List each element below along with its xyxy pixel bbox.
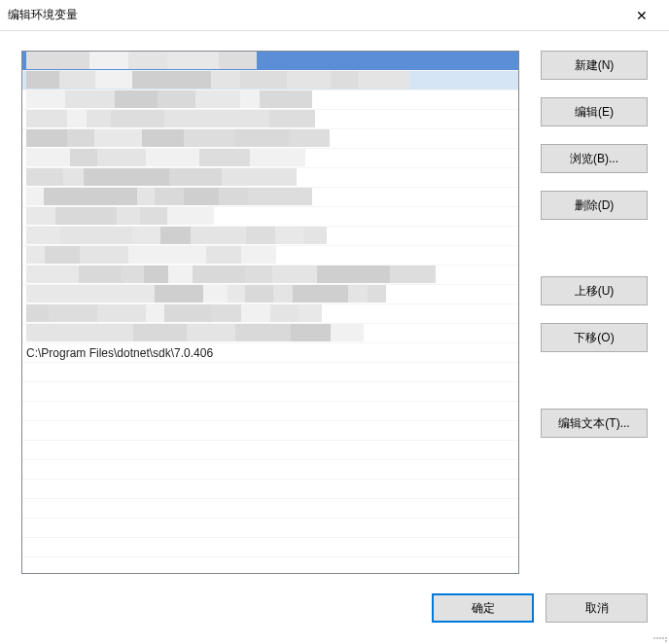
- list-item[interactable]: [22, 421, 518, 441]
- list-item[interactable]: [22, 538, 518, 557]
- list-item[interactable]: [22, 363, 518, 382]
- dialog-body: C:\Program Files\dotnet\sdk\7.0.406 新建(N…: [0, 31, 669, 644]
- bottom-buttons: 确定 取消: [432, 593, 648, 623]
- list-item[interactable]: [22, 402, 518, 421]
- move-down-button-label: 下移(O): [574, 331, 614, 344]
- list-item[interactable]: [22, 266, 518, 285]
- new-button-label: 新建(N): [575, 58, 615, 72]
- list-item[interactable]: [22, 168, 518, 188]
- cancel-button-label: 取消: [585, 601, 609, 615]
- path-listbox[interactable]: C:\Program Files\dotnet\sdk\7.0.406: [21, 51, 519, 574]
- browse-button[interactable]: 浏览(B)...: [541, 144, 648, 173]
- list-item[interactable]: [22, 441, 518, 460]
- list-item[interactable]: [22, 52, 518, 71]
- titlebar: 编辑环境变量 ✕: [0, 0, 669, 31]
- ok-button-label: 确定: [472, 601, 495, 615]
- list-item[interactable]: [22, 227, 518, 246]
- list-item[interactable]: [22, 304, 518, 324]
- list-item[interactable]: [22, 188, 518, 207]
- list-item[interactable]: [22, 207, 518, 227]
- delete-button[interactable]: 删除(D): [541, 191, 648, 220]
- list-item[interactable]: [22, 382, 518, 402]
- main-area: C:\Program Files\dotnet\sdk\7.0.406 新建(N…: [21, 51, 648, 574]
- list-item[interactable]: [22, 285, 518, 304]
- move-up-button-label: 上移(U): [575, 284, 615, 298]
- list-item[interactable]: [22, 71, 518, 90]
- close-icon: ✕: [636, 8, 648, 23]
- list-item[interactable]: [22, 129, 518, 149]
- browse-button-label: 浏览(B)...: [570, 152, 618, 165]
- resize-grip-icon: [653, 628, 667, 642]
- list-item-visible[interactable]: C:\Program Files\dotnet\sdk\7.0.406: [22, 343, 518, 363]
- edit-text-button[interactable]: 编辑文本(T)...: [541, 409, 648, 438]
- list-item[interactable]: [22, 149, 518, 168]
- delete-button-label: 删除(D): [575, 198, 615, 212]
- list-item[interactable]: [22, 324, 518, 343]
- edit-text-button-label: 编辑文本(T)...: [558, 416, 629, 430]
- list-item[interactable]: [22, 460, 518, 480]
- edit-button[interactable]: 编辑(E): [541, 97, 648, 126]
- close-button[interactable]: ✕: [622, 2, 661, 29]
- new-button[interactable]: 新建(N): [541, 51, 648, 80]
- list-item[interactable]: [22, 110, 518, 129]
- edit-button-label: 编辑(E): [575, 105, 614, 119]
- cancel-button[interactable]: 取消: [546, 593, 648, 623]
- list-item[interactable]: [22, 499, 518, 519]
- window-title: 编辑环境变量: [8, 7, 622, 23]
- list-item[interactable]: [22, 519, 518, 538]
- list-item[interactable]: [22, 480, 518, 499]
- side-buttons: 新建(N) 编辑(E) 浏览(B)... 删除(D) 上移(U) 下移(O) 编…: [541, 51, 648, 574]
- move-up-button[interactable]: 上移(U): [541, 276, 648, 305]
- move-down-button[interactable]: 下移(O): [541, 323, 648, 352]
- list-item[interactable]: [22, 90, 518, 110]
- ok-button[interactable]: 确定: [432, 593, 534, 623]
- list-item[interactable]: [22, 246, 518, 266]
